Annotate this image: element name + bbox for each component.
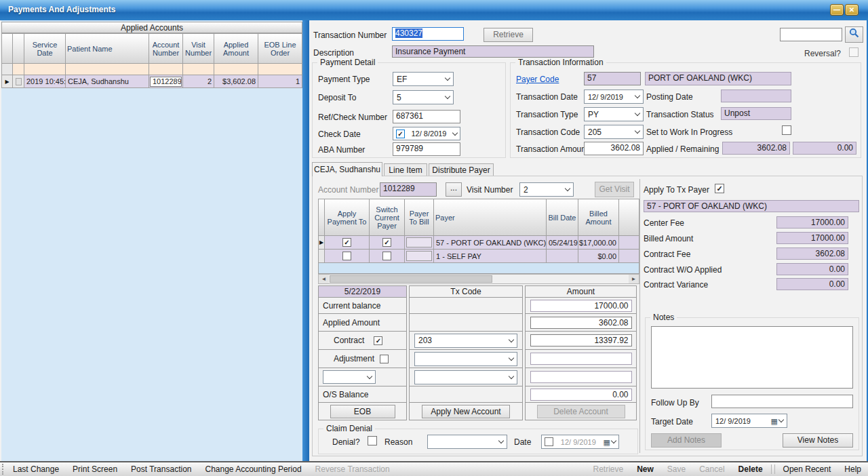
menu-save[interactable]: Save [660,464,692,474]
payer-code-field[interactable]: 57 [584,72,641,85]
contract-amount-input[interactable]: 13397.92 [530,334,632,346]
tab-distribute-payer[interactable]: Distribute Payer [429,163,494,176]
col-bill-date[interactable]: Bill Date [547,199,578,236]
menu-post-transaction[interactable]: Post Transaction [124,464,198,474]
follow-up-input[interactable] [711,395,853,408]
col-applied-amount[interactable]: Applied Amount [214,34,258,64]
tab-line-item[interactable]: Line Item [384,163,427,176]
adjustment-tx-code-combo[interactable] [414,352,517,366]
aba-input[interactable]: 979789 [393,142,460,156]
menu-retrieve[interactable]: Retrieve [586,464,630,474]
ref-check-input[interactable]: 687361 [393,110,460,123]
billed-amount-cell[interactable]: $0.00 [578,250,619,263]
col-account-number[interactable]: Account Number [149,34,183,64]
apply-payment-checkbox[interactable] [342,238,351,247]
check-date-checkbox[interactable] [396,130,405,138]
search-input[interactable] [780,28,842,41]
minimize-button[interactable]: — [830,4,844,16]
filter-cell[interactable] [149,64,183,75]
col-apply-payment-to[interactable]: Apply Payment To [325,199,370,236]
col-patient-name[interactable]: Patient Name [66,34,149,64]
menu-open-recent[interactable]: Open Recent [776,464,838,474]
transaction-number-input[interactable]: 430327 [392,27,464,41]
cell-eob-line-order[interactable]: 1 [258,75,302,88]
apply-payment-checkbox-cell[interactable] [325,236,370,250]
col-eob-line-order[interactable]: EOB Line Order [258,34,302,64]
notes-textarea[interactable] [651,326,853,389]
payer-cell[interactable]: 1 - SELF PAY [434,250,547,263]
extra-type-combo[interactable] [323,370,376,384]
col-billed-amount[interactable]: Billed Amount [578,199,619,236]
cell-visit-number[interactable]: 2 [183,75,214,88]
check-date-picker[interactable]: 12/ 8/2019 [393,127,460,140]
switch-payer-checkbox-cell[interactable] [370,236,405,250]
bill-date-cell[interactable] [547,250,578,263]
window-titlebar[interactable]: Payments And Adjustments — ✕ [0,0,868,20]
retrieve-transaction-button[interactable]: Retrieve [484,28,533,42]
payer-grid[interactable]: Apply Payment To Switch Current Payer Pa… [318,199,639,263]
denial-reason-combo[interactable] [427,435,507,449]
tab-patient[interactable]: CEJA, Sudhanshu [312,162,382,176]
col-payer-to-bill[interactable]: Payer To Bill [405,199,434,236]
applied-amount-input[interactable]: 3602.08 [530,317,632,329]
cell-patient-name[interactable]: CEJA, Sudhanshu [66,75,149,88]
apply-new-account-button[interactable]: Apply New Account [422,405,510,418]
denial-checkbox[interactable] [368,436,377,445]
cell-account-number[interactable]: 1012289 [149,75,183,88]
deposit-to-combo[interactable]: 5 [393,90,454,104]
scroll-left-icon[interactable]: ◄ [319,275,329,283]
col-switch-current-payer[interactable]: Switch Current Payer [370,199,405,236]
apply-payment-checkbox[interactable] [342,252,351,260]
switch-payer-checkbox[interactable] [382,252,391,260]
payer-code-link[interactable]: Payer Code [516,75,559,84]
filter-cell[interactable] [24,64,66,75]
payer-to-bill-cell[interactable] [405,236,434,250]
target-date-picker[interactable]: 12/ 9/2019▦ [711,414,787,428]
adjustment-checkbox[interactable] [380,355,389,363]
menu-help[interactable]: Help [837,464,868,474]
grid-horizontal-scrollbar[interactable]: ◄ ► [318,274,639,284]
description-field[interactable]: Insurance Payment [392,45,594,58]
cell-service-date[interactable]: 2019 10:45:0 [24,75,66,88]
menu-last-change[interactable]: Last Change [6,464,66,474]
col-service-date[interactable]: Service Date [24,34,66,64]
view-notes-button[interactable]: View Notes [783,433,853,448]
cell-applied-amount[interactable]: $3,602.08 [214,75,258,88]
filter-cell[interactable] [258,64,302,75]
contract-checkbox[interactable] [374,336,382,345]
menu-reverse-transaction[interactable]: Reverse Transaction [309,464,397,474]
delete-account-button[interactable]: Delete Account [537,405,625,418]
transaction-date-picker[interactable]: 12/ 9/2019 [584,90,644,104]
wip-checkbox[interactable] [782,125,791,135]
contract-tx-code-combo[interactable]: 203 [414,334,517,348]
col-payer[interactable]: Payer [434,199,547,236]
bill-date-cell[interactable]: 05/24/19 [547,236,578,250]
payer-to-bill-cell[interactable] [405,250,434,263]
account-browse-button[interactable]: ... [446,182,462,197]
search-button[interactable] [845,26,863,43]
panel-splitter[interactable] [302,20,309,461]
account-number-field[interactable]: 1012289 [380,182,437,197]
payer-cell[interactable]: 57 - PORT OF OAKLAND (WKC) [434,236,547,250]
applied-accounts-grid[interactable]: Service Date Patient Name Account Number… [1,33,302,88]
visit-number-combo[interactable]: 2 [519,182,574,197]
account-number-box[interactable]: 1012289 [150,77,182,87]
col-visit-number[interactable]: Visit Number [183,34,214,64]
menu-cancel[interactable]: Cancel [692,464,731,474]
menu-new[interactable]: New [630,464,660,474]
switch-payer-checkbox-cell[interactable] [370,250,405,263]
transaction-amount-input[interactable]: 3602.08 [584,142,644,155]
extra-tx-code-combo[interactable] [414,370,517,384]
row-handle-cell[interactable] [13,75,24,88]
menu-change-accounting-period[interactable]: Change Accounting Period [198,464,308,474]
filter-cell[interactable] [13,64,24,75]
scroll-right-icon[interactable]: ► [629,275,639,283]
menu-print-screen[interactable]: Print Screen [66,464,124,474]
payment-type-combo[interactable]: EF [393,72,454,86]
denial-date-checkbox[interactable] [545,437,553,446]
apply-payment-checkbox-cell[interactable] [325,250,370,263]
filter-cell[interactable] [66,64,149,75]
filter-cell[interactable] [183,64,214,75]
get-visit-button[interactable]: Get Visit [595,182,634,197]
close-button[interactable]: ✕ [845,4,859,16]
